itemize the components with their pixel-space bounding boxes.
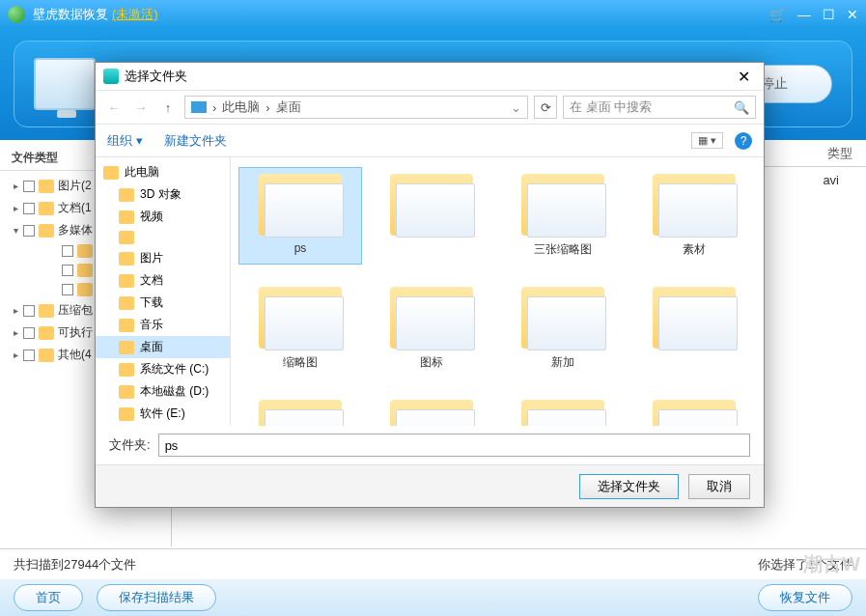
chevron-down-icon[interactable]: ⌄ (511, 100, 521, 115)
new-folder-button[interactable]: 新建文件夹 (164, 132, 227, 150)
monitor-icon (34, 58, 96, 110)
nav-tree-item[interactable]: 系统文件 (C:) (96, 358, 230, 380)
cart-icon[interactable]: 🛒 (769, 7, 786, 22)
selection-count: 你选择了1个文件 (758, 556, 852, 574)
close-dialog-icon[interactable]: ✕ (732, 68, 756, 86)
save-scan-button[interactable]: 保存扫描结果 (97, 584, 216, 611)
folder-item[interactable]: 图标 (370, 280, 493, 378)
nav-tree-item[interactable]: 文档 (96, 269, 230, 292)
search-input[interactable]: 在 桌面 中搜索 🔍 (563, 96, 756, 119)
nav-tree-item[interactable]: 3D 对象 (96, 183, 230, 206)
nav-tree-item[interactable]: 视频 (96, 206, 230, 228)
dialog-nav-tree: 此电脑3D 对象视频图片文档下载音乐桌面系统文件 (C:)本地磁盘 (D:)软件… (96, 157, 231, 426)
status-bar: 共扫描到27944个文件 你选择了1个文件 (0, 548, 866, 579)
help-icon[interactable]: ? (735, 132, 752, 150)
dialog-title: 选择文件夹 (125, 68, 187, 85)
folder-item[interactable]: 三张缩略图 (501, 167, 625, 265)
folder-item[interactable] (501, 393, 625, 426)
app-titlebar: 壁虎数据恢复 (未激活) 🛒 — ☐ ✕ (0, 0, 866, 29)
app-title: 壁虎数据恢复 (33, 6, 108, 23)
maximize-icon[interactable]: ☐ (823, 7, 835, 22)
bottom-bar: 首页 保存扫描结果 恢复文件 (0, 579, 866, 616)
cancel-button[interactable]: 取消 (688, 474, 750, 499)
view-mode-button[interactable]: ▦ ▾ (691, 132, 723, 149)
folder-item[interactable]: 新加 (501, 280, 625, 378)
select-folder-button[interactable]: 选择文件夹 (579, 474, 679, 499)
scan-count: 共扫描到27944个文件 (14, 556, 136, 574)
folder-picker-dialog: 选择文件夹 ✕ ← → ↑ › 此电脑 › 桌面 ⌄ ⟳ 在 桌面 中搜索 🔍 … (95, 62, 765, 508)
folder-field-label: 文件夹: (109, 436, 151, 454)
breadcrumb-root[interactable]: 此电脑 (222, 98, 260, 116)
close-app-icon[interactable]: ✕ (847, 7, 858, 22)
folder-item[interactable] (370, 167, 493, 265)
col-type: 类型 (814, 140, 866, 166)
nav-tree-item[interactable]: 桌面 (96, 336, 230, 358)
folder-item[interactable] (370, 393, 493, 426)
folder-name-input[interactable] (158, 434, 750, 457)
pc-icon (191, 101, 207, 113)
nav-tree-item[interactable]: 下载 (96, 292, 230, 314)
folder-item[interactable]: 缩略图 (238, 280, 362, 378)
nav-tree-item[interactable]: 软件 (E:) (96, 403, 230, 425)
nav-forward-icon[interactable]: → (130, 100, 152, 115)
nav-tree-item[interactable]: 音乐 (96, 314, 230, 336)
activation-link[interactable]: (未激活) (112, 6, 158, 23)
folder-item[interactable] (238, 393, 362, 426)
recover-button[interactable]: 恢复文件 (758, 584, 852, 611)
nav-tree-item[interactable]: 图片 (96, 247, 230, 269)
folder-item[interactable]: ps (238, 167, 362, 265)
nav-up-icon[interactable]: ↑ (157, 100, 179, 115)
breadcrumb-current[interactable]: 桌面 (276, 98, 301, 116)
nav-tree-item[interactable]: 此电脑 (96, 161, 230, 183)
home-button[interactable]: 首页 (14, 584, 83, 611)
address-bar[interactable]: › 此电脑 › 桌面 ⌄ (184, 96, 528, 119)
dialog-icon (103, 69, 119, 84)
nav-tree-item[interactable]: 本地磁盘 (D:) (96, 380, 230, 403)
app-logo-icon (8, 6, 25, 23)
refresh-icon[interactable]: ⟳ (534, 96, 557, 119)
nav-back-icon[interactable]: ← (103, 100, 125, 115)
folder-item[interactable] (632, 393, 756, 426)
search-placeholder: 在 桌面 中搜索 (570, 98, 652, 116)
nav-tree-item[interactable] (96, 228, 230, 247)
search-icon: 🔍 (734, 100, 749, 115)
folder-view: ps三张缩略图素材缩略图图标新加 (231, 157, 764, 426)
minimize-icon[interactable]: — (797, 7, 811, 22)
organize-menu[interactable]: 组织 ▾ (107, 132, 143, 150)
folder-item[interactable] (632, 280, 756, 378)
folder-item[interactable]: 素材 (632, 167, 756, 265)
